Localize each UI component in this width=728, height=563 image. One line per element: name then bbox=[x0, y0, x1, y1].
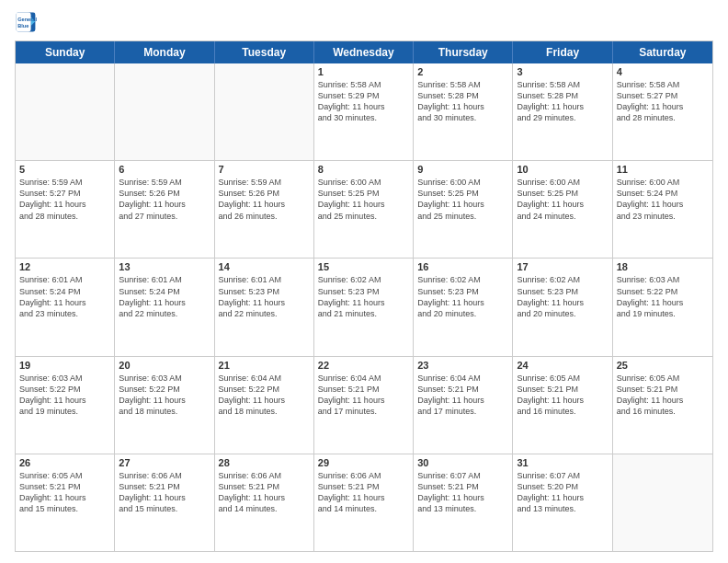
cell-info-line: Sunrise: 5:59 AM bbox=[219, 177, 310, 188]
cell-info-line: and 28 minutes. bbox=[617, 112, 709, 123]
cell-info-line: Sunrise: 6:07 AM bbox=[417, 470, 508, 481]
cell-info-line: Sunrise: 5:59 AM bbox=[119, 177, 210, 188]
calendar-cell-1-3: 8Sunrise: 6:00 AMSunset: 5:25 PMDaylight… bbox=[314, 161, 414, 258]
cell-info-line: and 24 minutes. bbox=[517, 211, 608, 222]
calendar-row-2: 12Sunrise: 6:01 AMSunset: 5:24 PMDayligh… bbox=[16, 258, 712, 355]
day-number: 30 bbox=[417, 457, 508, 468]
cell-info-line: Sunset: 5:26 PM bbox=[119, 188, 210, 199]
calendar-cell-3-2: 21Sunrise: 6:04 AMSunset: 5:22 PMDayligh… bbox=[215, 357, 314, 454]
calendar-cell-3-1: 20Sunrise: 6:03 AMSunset: 5:22 PMDayligh… bbox=[115, 357, 214, 454]
cell-info-line: Sunset: 5:25 PM bbox=[417, 188, 508, 199]
calendar-cell-1-4: 9Sunrise: 6:00 AMSunset: 5:25 PMDaylight… bbox=[414, 161, 513, 258]
cell-info-line: Sunrise: 6:04 AM bbox=[318, 373, 409, 384]
cell-info-line: Sunrise: 6:06 AM bbox=[219, 470, 310, 481]
calendar-row-0: 1Sunrise: 5:58 AMSunset: 5:29 PMDaylight… bbox=[16, 63, 712, 160]
cell-info-line: Sunrise: 6:06 AM bbox=[119, 470, 210, 481]
svg-text:Blue: Blue bbox=[17, 23, 28, 29]
cell-info-line: Daylight: 11 hours bbox=[219, 297, 310, 308]
calendar-cell-4-6 bbox=[613, 454, 712, 551]
cell-info-line: Sunrise: 6:04 AM bbox=[417, 373, 508, 384]
cell-info-line: Sunset: 5:22 PM bbox=[617, 286, 709, 297]
cell-info-line: and 13 minutes. bbox=[417, 503, 508, 514]
cell-info-line: Sunrise: 6:02 AM bbox=[517, 274, 608, 285]
cell-info-line: Sunrise: 6:01 AM bbox=[119, 274, 210, 285]
calendar-cell-2-3: 15Sunrise: 6:02 AMSunset: 5:23 PMDayligh… bbox=[314, 259, 414, 355]
cell-info-line: and 29 minutes. bbox=[517, 112, 608, 123]
cell-info-line: Sunrise: 6:03 AM bbox=[19, 373, 110, 384]
cell-info-line: Sunrise: 5:58 AM bbox=[417, 79, 508, 90]
calendar-cell-1-2: 7Sunrise: 5:59 AMSunset: 5:26 PMDaylight… bbox=[215, 161, 314, 258]
cell-info-line: and 22 minutes. bbox=[119, 308, 210, 319]
day-number: 15 bbox=[318, 261, 409, 272]
day-number: 12 bbox=[19, 261, 110, 272]
weekday-header-monday: Monday bbox=[115, 41, 214, 63]
calendar-row-4: 26Sunrise: 6:05 AMSunset: 5:21 PMDayligh… bbox=[16, 454, 712, 551]
cell-info-line: and 15 minutes. bbox=[19, 503, 110, 514]
cell-info-line: Sunrise: 5:58 AM bbox=[617, 79, 709, 90]
cell-info-line: Daylight: 11 hours bbox=[617, 395, 709, 406]
day-number: 13 bbox=[119, 261, 210, 272]
cell-info-line: Sunset: 5:21 PM bbox=[417, 481, 508, 492]
calendar-body: 1Sunrise: 5:58 AMSunset: 5:29 PMDaylight… bbox=[16, 63, 712, 551]
day-number: 25 bbox=[617, 360, 709, 371]
cell-info-line: Sunset: 5:27 PM bbox=[617, 90, 709, 101]
cell-info-line: Sunrise: 6:04 AM bbox=[219, 373, 310, 384]
cell-info-line: Daylight: 11 hours bbox=[417, 395, 508, 406]
cell-info-line: Daylight: 11 hours bbox=[417, 492, 508, 503]
day-number: 1 bbox=[318, 66, 409, 77]
cell-info-line: Daylight: 11 hours bbox=[19, 297, 110, 308]
cell-info-line: and 14 minutes. bbox=[318, 503, 409, 514]
cell-info-line: Daylight: 11 hours bbox=[417, 101, 508, 112]
calendar-cell-0-0 bbox=[16, 63, 115, 160]
calendar-cell-4-0: 26Sunrise: 6:05 AMSunset: 5:21 PMDayligh… bbox=[16, 454, 115, 551]
day-number: 2 bbox=[417, 66, 508, 77]
cell-info-line: Sunset: 5:26 PM bbox=[219, 188, 310, 199]
calendar-cell-2-2: 14Sunrise: 6:01 AMSunset: 5:23 PMDayligh… bbox=[215, 259, 314, 355]
cell-info-line: Sunset: 5:25 PM bbox=[517, 188, 608, 199]
cell-info-line: Daylight: 11 hours bbox=[617, 199, 709, 210]
cell-info-line: and 22 minutes. bbox=[219, 308, 310, 319]
cell-info-line: Sunset: 5:24 PM bbox=[19, 286, 110, 297]
cell-info-line: Daylight: 11 hours bbox=[219, 199, 310, 210]
cell-info-line: and 14 minutes. bbox=[219, 503, 310, 514]
calendar-cell-2-6: 18Sunrise: 6:03 AMSunset: 5:22 PMDayligh… bbox=[613, 259, 712, 355]
calendar-cell-2-1: 13Sunrise: 6:01 AMSunset: 5:24 PMDayligh… bbox=[115, 259, 214, 355]
day-number: 16 bbox=[417, 261, 508, 272]
cell-info-line: Sunset: 5:22 PM bbox=[119, 384, 210, 395]
calendar-cell-4-5: 31Sunrise: 6:07 AMSunset: 5:20 PMDayligh… bbox=[513, 454, 612, 551]
cell-info-line: Sunset: 5:23 PM bbox=[318, 286, 409, 297]
calendar-cell-0-3: 1Sunrise: 5:58 AMSunset: 5:29 PMDaylight… bbox=[314, 63, 414, 160]
svg-text:General: General bbox=[17, 17, 37, 22]
day-number: 28 bbox=[219, 457, 310, 468]
day-number: 27 bbox=[119, 457, 210, 468]
cell-info-line: Sunset: 5:23 PM bbox=[517, 286, 608, 297]
calendar-cell-3-5: 24Sunrise: 6:05 AMSunset: 5:21 PMDayligh… bbox=[513, 357, 612, 454]
day-number: 9 bbox=[417, 164, 508, 175]
day-number: 22 bbox=[318, 360, 409, 371]
weekday-header-friday: Friday bbox=[513, 41, 612, 63]
day-number: 10 bbox=[517, 164, 608, 175]
cell-info-line: and 20 minutes. bbox=[417, 308, 508, 319]
cell-info-line: and 27 minutes. bbox=[119, 211, 210, 222]
weekday-header-wednesday: Wednesday bbox=[314, 41, 414, 63]
cell-info-line: Sunrise: 6:01 AM bbox=[219, 274, 310, 285]
logo-icon: General Blue bbox=[15, 11, 37, 33]
cell-info-line: and 18 minutes. bbox=[219, 406, 310, 417]
cell-info-line: and 17 minutes. bbox=[417, 406, 508, 417]
cell-info-line: Sunset: 5:28 PM bbox=[517, 90, 608, 101]
calendar-cell-3-3: 22Sunrise: 6:04 AMSunset: 5:21 PMDayligh… bbox=[314, 357, 414, 454]
cell-info-line: Daylight: 11 hours bbox=[19, 199, 110, 210]
cell-info-line: Daylight: 11 hours bbox=[517, 492, 608, 503]
cell-info-line: and 25 minutes. bbox=[318, 211, 409, 222]
cell-info-line: and 19 minutes. bbox=[617, 308, 709, 319]
cell-info-line: Sunset: 5:25 PM bbox=[318, 188, 409, 199]
cell-info-line: Daylight: 11 hours bbox=[517, 297, 608, 308]
day-number: 20 bbox=[119, 360, 210, 371]
calendar-row-3: 19Sunrise: 6:03 AMSunset: 5:22 PMDayligh… bbox=[16, 356, 712, 454]
cell-info-line: Sunrise: 6:06 AM bbox=[318, 470, 409, 481]
day-number: 17 bbox=[517, 261, 608, 272]
cell-info-line: Sunrise: 6:02 AM bbox=[417, 274, 508, 285]
cell-info-line: and 23 minutes. bbox=[19, 308, 110, 319]
cell-info-line: Sunrise: 6:05 AM bbox=[517, 373, 608, 384]
calendar-cell-1-1: 6Sunrise: 5:59 AMSunset: 5:26 PMDaylight… bbox=[115, 161, 214, 258]
